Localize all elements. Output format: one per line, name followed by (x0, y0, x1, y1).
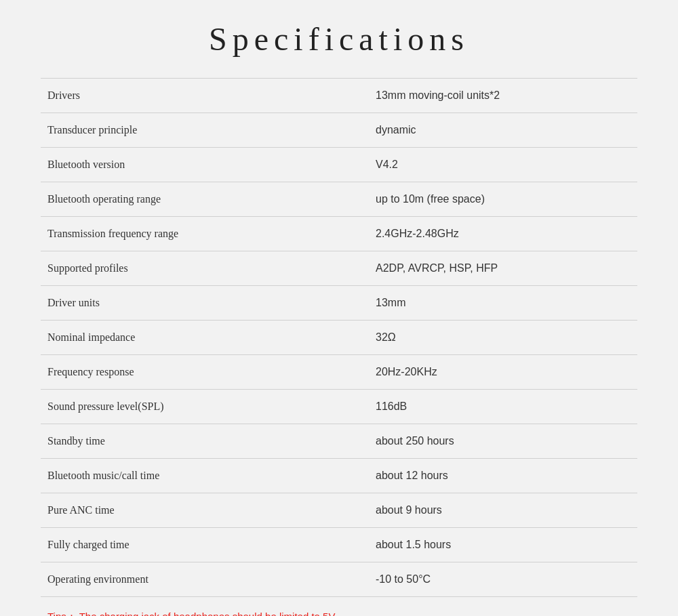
table-row: Pure ANC timeabout 9 hours (41, 493, 637, 528)
spec-value: about 1.5 hours (369, 528, 637, 562)
table-row: Bluetooth music/call timeabout 12 hours (41, 459, 637, 493)
spec-value: up to 10m (free space) (369, 182, 637, 217)
table-row: Frequency response20Hz-20KHz (41, 355, 637, 390)
spec-label: Sound pressure level(SPL) (41, 390, 369, 424)
tips-text: Tips： The charging jack of headphones sh… (47, 611, 335, 616)
table-row: Sound pressure level(SPL)116dB (41, 390, 637, 424)
page-container: Specifications Drivers13mm moving-coil u… (0, 0, 678, 616)
spec-label: Supported profiles (41, 251, 369, 286)
spec-value: -10 to 50°C (369, 562, 637, 597)
spec-label: Transducer principle (41, 113, 369, 148)
spec-value: A2DP, AVRCP, HSP, HFP (369, 251, 637, 286)
table-row: Bluetooth versionV4.2 (41, 148, 637, 182)
spec-value: 116dB (369, 390, 637, 424)
spec-value: about 9 hours (369, 493, 637, 528)
table-row: Transducer principledynamic (41, 113, 637, 148)
spec-label: Bluetooth music/call time (41, 459, 369, 493)
table-row: Drivers13mm moving-coil units*2 (41, 79, 637, 113)
table-row: Standby timeabout 250 hours (41, 424, 637, 459)
title-section: Specifications (41, 20, 637, 58)
spec-label: Bluetooth operating range (41, 182, 369, 217)
spec-value: dynamic (369, 113, 637, 148)
spec-value: 20Hz-20KHz (369, 355, 637, 390)
table-row: Fully charged timeabout 1.5 hours (41, 528, 637, 562)
table-row: Nominal impedance 32Ω (41, 321, 637, 355)
spec-label: Pure ANC time (41, 493, 369, 528)
table-row: Transmission frequency range2.4GHz-2.48G… (41, 217, 637, 251)
spec-value: about 12 hours (369, 459, 637, 493)
spec-label: Transmission frequency range (41, 217, 369, 251)
tips-section: Tips： The charging jack of headphones sh… (41, 611, 637, 616)
table-row: Driver units13mm (41, 286, 637, 321)
spec-label: Driver units (41, 286, 369, 321)
spec-value: 2.4GHz-2.48GHz (369, 217, 637, 251)
spec-label: Fully charged time (41, 528, 369, 562)
page-title: Specifications (41, 20, 637, 58)
spec-value: V4.2 (369, 148, 637, 182)
spec-label: Frequency response (41, 355, 369, 390)
table-row: Operating environment -10 to 50°C (41, 562, 637, 597)
table-row: Supported profilesA2DP, AVRCP, HSP, HFP (41, 251, 637, 286)
spec-label: Standby time (41, 424, 369, 459)
spec-label: Operating environment (41, 562, 369, 597)
spec-label: Nominal impedance (41, 321, 369, 355)
spec-value: about 250 hours (369, 424, 637, 459)
table-row: Bluetooth operating rangeup to 10m (free… (41, 182, 637, 217)
spec-label: Bluetooth version (41, 148, 369, 182)
spec-label: Drivers (41, 79, 369, 113)
specs-table: Drivers13mm moving-coil units*2Transduce… (41, 78, 637, 597)
spec-value: 13mm moving-coil units*2 (369, 79, 637, 113)
spec-value: 13mm (369, 286, 637, 321)
spec-value: 32Ω (369, 321, 637, 355)
